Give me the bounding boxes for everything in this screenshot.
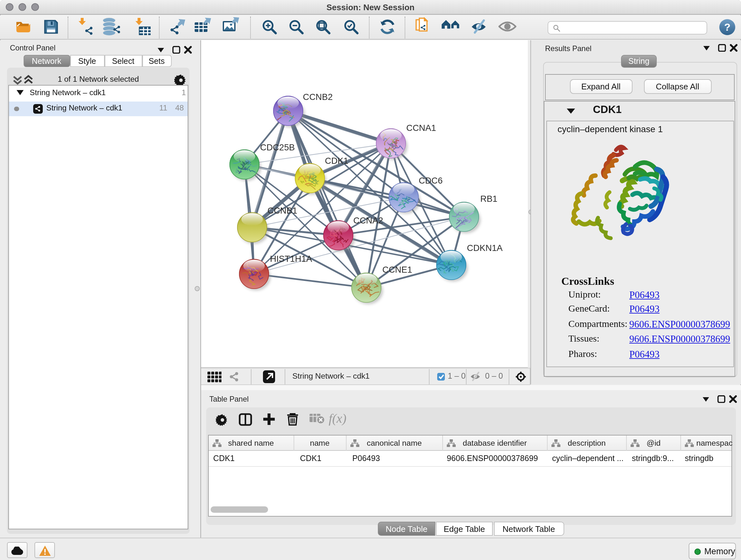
svg-text:CDC6: CDC6 [419, 176, 443, 186]
svg-text:CCNB1: CCNB1 [267, 206, 297, 215]
svg-text:HIST1H1A: HIST1H1A [270, 254, 312, 264]
svg-text:CCNE1: CCNE1 [382, 265, 412, 274]
svg-text:CCNA2: CCNA2 [353, 215, 383, 226]
svg-text:CCNB2: CCNB2 [303, 92, 333, 102]
svg-text:RB1: RB1 [480, 194, 497, 204]
svg-text:CDKN1A: CDKN1A [467, 243, 503, 253]
svg-text:CDC25B: CDC25B [260, 142, 295, 152]
svg-text:CCNA1: CCNA1 [406, 123, 436, 133]
svg-text:CDK1: CDK1 [325, 156, 348, 166]
